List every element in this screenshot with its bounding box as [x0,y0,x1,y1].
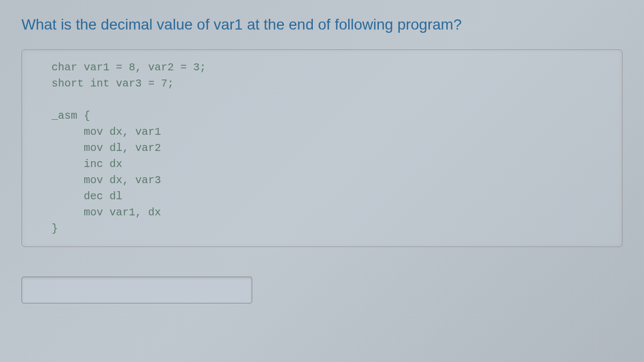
code-line-7: mov dx, var3 [52,172,592,189]
code-line-2: short int var3 = 7; [52,76,592,92]
code-line-3: _asm { [52,108,592,124]
code-line-8: dec dl [52,189,592,205]
code-line-4: mov dx, var1 [52,124,592,140]
code-line-9: mov var1, dx [52,205,592,221]
blank-line [52,92,592,108]
code-line-6: inc dx [52,156,592,172]
code-line-1: char var1 = 8, var2 = 3; [52,60,592,76]
question-text: What is the decimal value of var1 at the… [21,16,623,33]
code-line-5: mov dl, var2 [52,140,592,156]
answer-input[interactable] [21,277,252,303]
code-block: char var1 = 8, var2 = 3; short int var3 … [21,49,623,247]
code-line-10: } [52,221,592,237]
